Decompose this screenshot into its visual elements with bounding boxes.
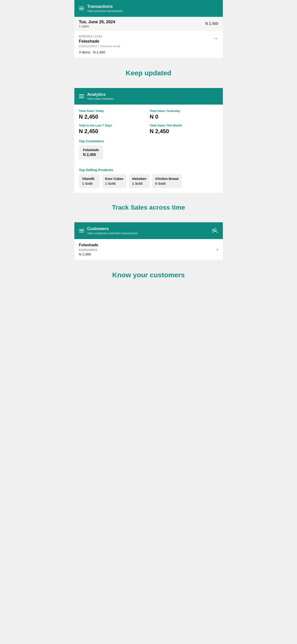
header-actions: [211, 227, 218, 234]
cust-amount: N 2,450: [79, 252, 98, 256]
product-name: Heineken: [132, 177, 146, 180]
analytics-card: Total Sales Today N 2,450 Total Sales Ye…: [74, 104, 223, 193]
customer-arrow-icon: ›: [217, 247, 218, 252]
top-customers-list: FolashadeN 2,450: [74, 145, 223, 163]
menu-icon[interactable]: [79, 7, 84, 10]
stat-last7-value: N 2,450: [79, 128, 148, 134]
product-chip: Heineken1 Sold: [129, 174, 150, 188]
transaction-customer-name: Folashade: [79, 39, 120, 44]
know-customers-text: Know your customers: [79, 271, 218, 279]
customer-chip[interactable]: FolashadeN 2,450: [79, 145, 103, 160]
date-row: Tue, June 25, 2024 1 sales N 2,450: [74, 17, 223, 31]
stat-total-yesterday: Total Sales Yesterday N 0: [150, 109, 218, 120]
date-title: Tue, June 25, 2024: [79, 20, 115, 24]
product-sold: 1 Sold: [82, 182, 96, 186]
transaction-arrow[interactable]: →: [213, 36, 218, 42]
customers-menu-icon[interactable]: [79, 229, 84, 233]
product-chip: Knor Cubes1 Sold: [102, 174, 127, 188]
keep-updated-banner: Keep updated: [74, 58, 223, 88]
stat-yesterday-value: N 0: [150, 114, 218, 120]
analytics-menu-icon[interactable]: [79, 94, 84, 98]
top-customers-label: Top Customers: [74, 134, 223, 145]
product-name: Knor Cubes: [105, 177, 124, 180]
stat-total-today: Total Sales Today N 2,450: [79, 109, 148, 120]
items-amount: N 2,450: [93, 50, 105, 54]
product-chip: Vitamilk1 Sold: [79, 174, 100, 188]
transactions-title: Transactions: [87, 4, 123, 9]
analytics-subtitle: View sales statistics: [87, 97, 114, 100]
stat-today-value: N 2,450: [79, 114, 148, 120]
analytics-title: Analytics: [87, 92, 114, 97]
top-products-label: Top Selling Products: [74, 163, 223, 174]
cust-name: Folashade: [79, 243, 98, 247]
chip-name: Folashade: [83, 148, 99, 152]
chip-amount: N 2,450: [83, 153, 99, 157]
track-sales-banner: Track Sales across time: [74, 193, 223, 222]
cust-phone: 81063245815: [79, 248, 98, 252]
keep-updated-text: Keep updated: [79, 69, 218, 77]
stats-grid: Total Sales Today N 2,450 Total Sales Ye…: [74, 104, 223, 134]
date-total: N 2,450: [205, 22, 218, 26]
customer-list-item[interactable]: Folashade 81063245815 N 2,450 ›: [74, 239, 223, 260]
transaction-items: 3 Items: N 2,450: [79, 50, 120, 54]
product-sold: 1 Sold: [105, 182, 124, 186]
stat-last7-label: Total in the Last 7 Days: [79, 124, 148, 127]
svg-point-0: [214, 228, 216, 231]
items-label: 3 Items:: [79, 50, 91, 54]
transaction-timestamp: 6/25/2024 | 13:51: [79, 34, 120, 38]
customers-title: Customers: [87, 226, 138, 232]
stat-yesterday-label: Total Sales Yesterday: [150, 109, 218, 113]
product-name: Chicken Breast: [155, 177, 179, 180]
stat-this-month: Total Sales This Month N 2,450: [150, 124, 218, 134]
customers-card: Folashade 81063245815 N 2,450 ›: [74, 239, 223, 260]
transaction-contact: 81063245815 | Unknown email: [79, 44, 120, 48]
product-sold: 1 Sold: [132, 182, 146, 186]
product-chip: Chicken Breast0 Sold: [152, 174, 182, 188]
transactions-subtitle: View previous transactions: [87, 9, 123, 13]
customers-header: Customers View customers and their trans…: [74, 222, 223, 239]
product-name: Vitamilk: [82, 177, 96, 180]
transaction-item[interactable]: 6/25/2024 | 13:51 Folashade 81063245815 …: [74, 31, 223, 58]
stat-today-label: Total Sales Today: [79, 109, 148, 113]
sales-count: 1 sales: [79, 24, 115, 28]
product-sold: 0 Sold: [155, 182, 179, 186]
top-products-list: Vitamilk1 SoldKnor Cubes1 SoldHeineken1 …: [74, 174, 223, 193]
add-customer-icon[interactable]: [211, 227, 218, 234]
stat-month-label: Total Sales This Month: [150, 124, 218, 127]
stat-last7: Total in the Last 7 Days N 2,450: [79, 124, 148, 134]
transactions-header: Transactions View previous transactions: [74, 0, 223, 17]
analytics-header: Analytics View sales statistics: [74, 88, 223, 105]
know-customers-banner: Know your customers: [74, 260, 223, 290]
track-sales-text: Track Sales across time: [79, 204, 218, 211]
stat-month-value: N 2,450: [150, 128, 218, 134]
customers-subtitle: View customers and their transactions: [87, 232, 138, 235]
